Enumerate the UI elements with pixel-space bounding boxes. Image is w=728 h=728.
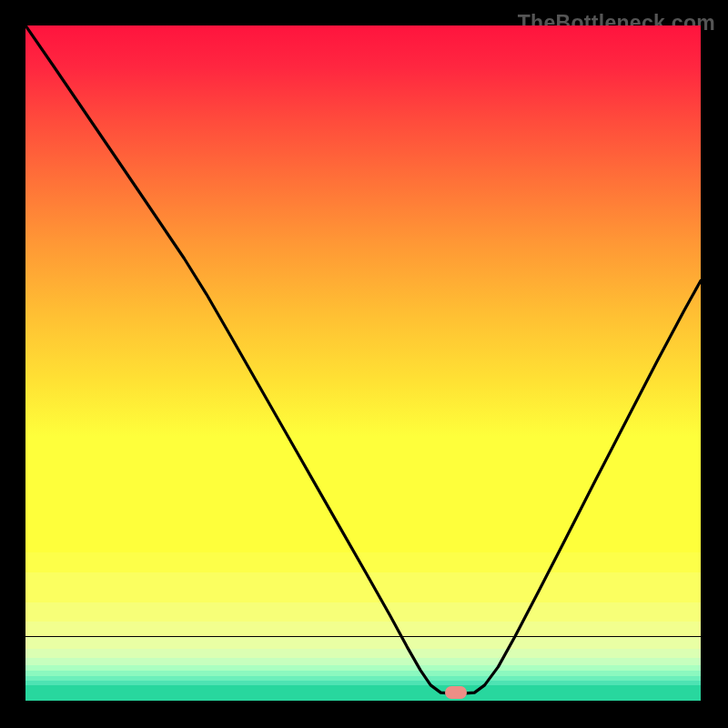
optimal-point-marker bbox=[445, 686, 467, 699]
plot-area bbox=[25, 25, 701, 701]
bottleneck-curve bbox=[25, 25, 701, 694]
line-chart-svg bbox=[25, 25, 701, 701]
